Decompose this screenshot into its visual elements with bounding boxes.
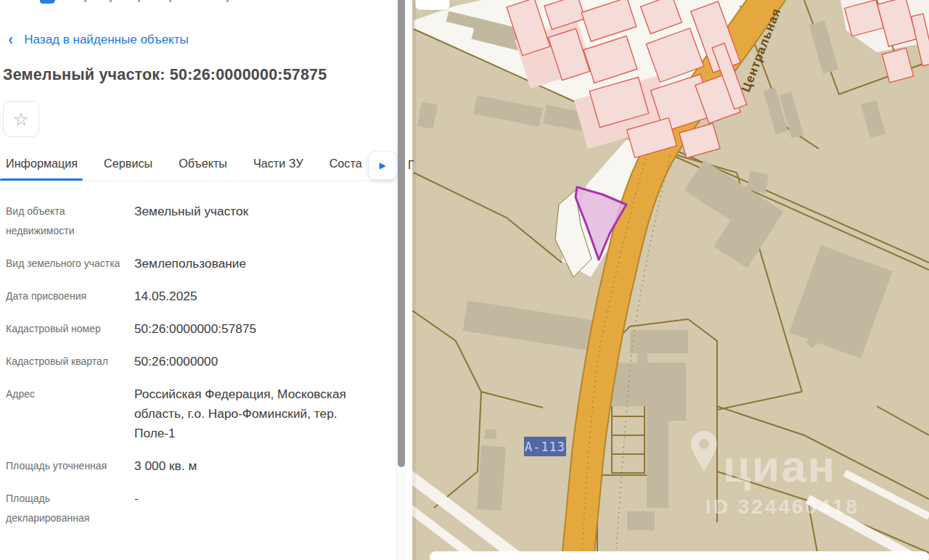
tab-composition-truncated[interactable]: Соста (330, 157, 362, 170)
tabs-divider (0, 181, 396, 181)
road-badge-label: А-113 (525, 440, 565, 454)
cropped-text-fragment (84, 0, 86, 2)
attribute-value: 14.05.2025 (134, 287, 365, 306)
back-to-results-link[interactable]: ‹ Назад в найденные объекты (8, 32, 189, 48)
attribute-list: Вид объекта недвижимости Земельный участ… (6, 202, 392, 541)
star-icon: ☆ (13, 110, 29, 128)
attribute-value: 50:26:0000000 (134, 352, 365, 371)
attribute-label: Площадь уточненная (6, 456, 134, 476)
cropped-text-fragment (169, 0, 171, 2)
map-control-button[interactable] (415, 0, 450, 10)
cropped-text-fragment (110, 0, 112, 2)
cropped-text-fragment (138, 0, 140, 2)
cropped-text-fragment (226, 0, 229, 2)
attribute-row: Площадь декларированная - (6, 489, 392, 528)
bottom-sheet-edge[interactable] (430, 551, 929, 560)
tab-parcel-parts[interactable]: Части ЗУ (253, 157, 303, 170)
attribute-label: Площадь декларированная (6, 489, 134, 528)
more-tabs-button[interactable]: ▶ (369, 152, 396, 179)
tab-services[interactable]: Сервисы (104, 157, 152, 170)
attribute-label: Кадастровый квартал (6, 352, 134, 371)
attribute-label: Вид земельного участка (6, 254, 134, 273)
chevron-left-icon: ‹ (9, 32, 13, 48)
map-canvas: Центральная А-113 циан ID 324460418 (412, 0, 929, 560)
attribute-row: Адрес Российская Федерация, Московская о… (6, 384, 392, 443)
back-link-label: Назад в найденные объекты (24, 33, 188, 47)
panel-scrollbar-thumb[interactable] (398, 0, 405, 467)
tab-information[interactable]: Информация (6, 157, 78, 170)
road-badge: А-113 (524, 437, 566, 456)
attribute-value: Российская Федерация, Московская область… (134, 384, 365, 443)
attribute-row: Площадь уточненная 3 000 кв. м (6, 456, 392, 476)
page-title: Земельный участок: 50:26:0000000:57875 (3, 66, 327, 84)
cropped-logo-fragment (40, 0, 55, 4)
watermark-id: ID 324460418 (705, 495, 859, 518)
cadastral-map[interactable]: Центральная А-113 циан ID 324460418 (412, 0, 929, 560)
object-info-panel: ‹ Назад в найденные объекты Земельный уч… (0, 0, 396, 560)
attribute-label: Вид объекта недвижимости (6, 202, 134, 241)
favorite-button[interactable]: ☆ (3, 101, 39, 137)
attribute-label: Дата присвоения (6, 287, 134, 306)
tab-bar: Информация Сервисы Объекты Части ЗУ Сост… (6, 157, 362, 170)
attribute-value: Земельный участок (134, 202, 365, 241)
attribute-row: Дата присвоения 14.05.2025 (6, 287, 392, 306)
attribute-value: 3 000 кв. м (134, 456, 365, 476)
attribute-row: Кадастровый квартал 50:26:0000000 (6, 352, 392, 371)
chevron-right-icon: ▶ (379, 161, 385, 170)
hidden-tab-fragment: Г (408, 159, 414, 172)
attribute-row: Вид земельного участка Землепользование (6, 254, 392, 273)
attribute-value: 50:26:0000000:57875 (134, 319, 365, 339)
map-edge-shadow (412, 0, 416, 560)
attribute-row: Кадастровый номер 50:26:0000000:57875 (6, 319, 392, 339)
attribute-label: Адрес (6, 384, 134, 443)
attribute-row: Вид объекта недвижимости Земельный участ… (6, 202, 392, 241)
tab-objects[interactable]: Объекты (179, 157, 227, 170)
attribute-value: - (134, 489, 365, 528)
attribute-label: Кадастровый номер (6, 319, 134, 339)
attribute-value: Землепользование (134, 254, 365, 273)
watermark-brand: циан (723, 441, 836, 491)
